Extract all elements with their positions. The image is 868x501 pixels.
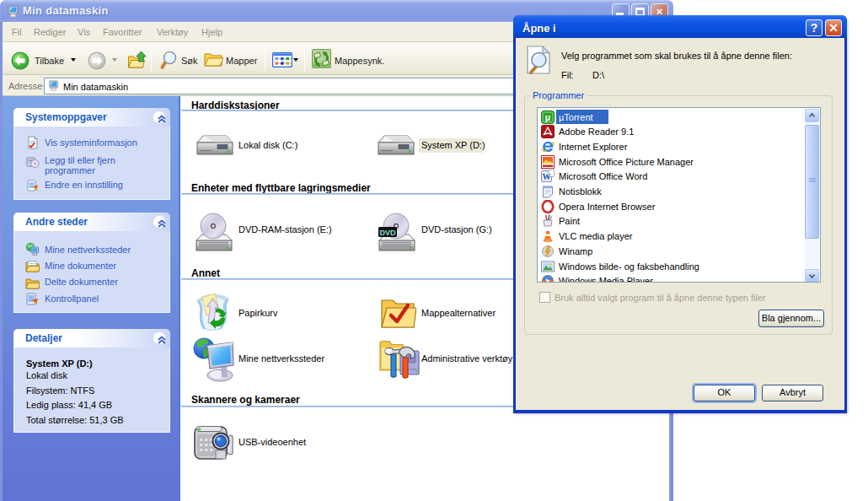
svg-text:µ: µ <box>545 112 550 122</box>
svg-text:W: W <box>543 172 551 181</box>
svg-text:DVD: DVD <box>379 229 396 237</box>
